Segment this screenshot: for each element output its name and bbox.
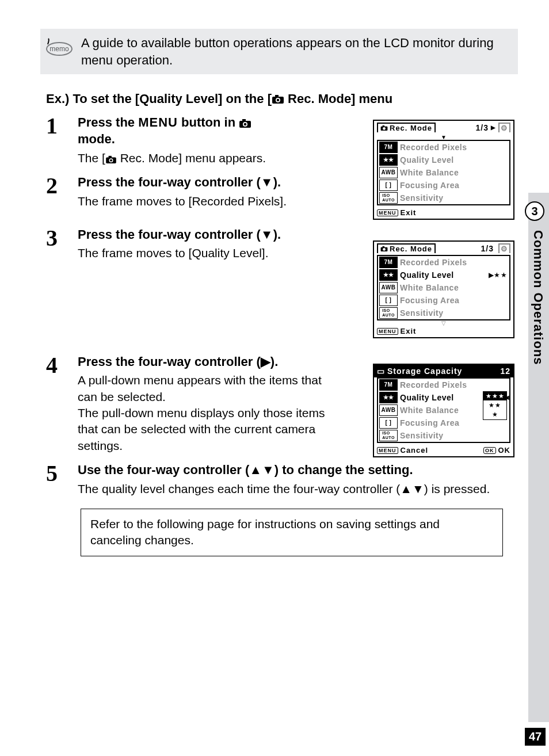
down-indicator-icon: ▼ [374, 134, 513, 140]
quality-dropdown: ★★★★★★ [483, 391, 507, 420]
lcd-page-indicator: 1/3 [481, 244, 494, 253]
step-desc: The frame moves to [Quality Level]. [78, 245, 325, 261]
down-indicator-icon: ▽ [374, 320, 513, 326]
example-heading: Ex.) To set the [Quality Level] on the [… [46, 91, 529, 106]
lcd-tab-rec-mode: Rec. Mode [377, 123, 436, 132]
menu-item-label: White Balance [400, 169, 509, 177]
menu-item-icon: ★★ [379, 154, 398, 166]
menu-item-label: Focusing Area [400, 181, 509, 189]
menu-item-icon: ★★ [379, 269, 398, 281]
camera-icon [105, 155, 117, 164]
memo-icon: memo [43, 37, 75, 60]
step-number: 5 [46, 462, 78, 497]
lcd-menu-item: ★★Quality Level [378, 154, 509, 166]
lcd-page-indicator: 1/3 [476, 123, 489, 132]
menu-item-icon: [ ] [379, 180, 398, 191]
menu-item-icon: ISO AUTO [379, 430, 398, 441]
svg-point-16 [383, 127, 386, 130]
lcd-footer-exit: Exit [401, 327, 417, 335]
nav-right-icon: ▶ [491, 124, 496, 131]
lcd-menu-item: ISO AUTOSensitivity [378, 192, 509, 204]
menu-item-label: Quality Level [400, 156, 509, 164]
chapter-title: Common Operations [531, 230, 546, 365]
heading-menu-name: Rec. Mode] menu [284, 91, 392, 106]
menu-item-label: Recorded Pixels [400, 381, 509, 389]
svg-rect-3 [275, 95, 279, 97]
lcd-menu-item: ISO AUTOSensitivity [378, 429, 509, 442]
step-5: 5 Use the four-way controller (▲▼) to ch… [46, 462, 529, 497]
step-number: 1 [46, 114, 78, 166]
menu-item-icon: AWB [379, 167, 398, 178]
menu-item-label: Recorded Pixels [400, 143, 509, 151]
menu-item-icon: 7M [379, 379, 398, 391]
menu-item-icon: ★★ [379, 392, 398, 403]
step-title: Press the four-way controller (▼). [78, 174, 325, 191]
lcd-menu-item: ★★Quality Level▶★★ [378, 269, 509, 281]
menu-item-icon: AWB [379, 404, 398, 416]
lcd-menu-item: 7MRecorded Pixels [378, 256, 509, 269]
lcd-tab-setup: ⚙ [498, 123, 510, 132]
menu-button-icon: MENU [377, 328, 398, 335]
menu-item-icon: 7M [379, 142, 398, 153]
menu-button-icon: MENU [377, 447, 398, 454]
step-number: 3 [46, 227, 78, 262]
step-title: Press the MENU button in mode. [78, 114, 325, 147]
lcd-menu-item: 7MRecorded Pixels [378, 141, 509, 154]
step-desc: The quality level changes each time the … [78, 481, 492, 497]
menu-item-label: Sensitivity [400, 432, 509, 440]
lcd-screenshot-1: Rec. Mode 1/3 ▶ ⚙ ▼ 7MRecorded Pixels★★Q… [373, 120, 514, 220]
menu-item-label: Sensitivity [400, 309, 509, 317]
lcd-menu-list: 7MRecorded Pixels★★Quality Level▶★★AWBWh… [377, 255, 510, 320]
dropdown-option: ★★★ [483, 392, 506, 401]
heading-prefix: Ex.) To set the [Quality Level] on the [ [46, 91, 272, 106]
svg-rect-15 [383, 125, 385, 127]
camera-icon [272, 94, 284, 104]
lcd-menu-item: AWBWhite Balance [378, 166, 509, 179]
step-title: Use the four-way controller (▲▼) to chan… [78, 462, 492, 479]
lcd-menu-item: ISO AUTOSensitivity [378, 307, 509, 319]
step-desc: The frame moves to [Recorded Pixels]. [78, 193, 325, 209]
menu-item-value: ▶★★ [489, 272, 510, 278]
lcd-menu-item: [ ]Focusing Area [378, 179, 509, 192]
svg-point-5 [277, 99, 280, 102]
menu-item-icon: 7M [379, 257, 398, 268]
camera-icon [239, 119, 251, 128]
menu-item-label: Sensitivity [400, 194, 509, 202]
ok-button-icon: OK [483, 447, 496, 454]
lcd-storage-title: Storage Capacity [387, 366, 462, 376]
lcd-title: Rec. Mode [390, 124, 432, 132]
menu-item-label: White Balance [400, 284, 509, 292]
svg-rect-7 [242, 119, 246, 121]
step-desc: The [ Rec. Mode] menu appears. [78, 150, 325, 166]
lcd-screenshot-3: ▭ Storage Capacity 12 ★★★★★★ 7MRecorded … [373, 364, 514, 457]
menu-item-label: Quality Level [400, 271, 489, 279]
lcd-tab-setup: ⚙ [498, 243, 510, 253]
svg-text:memo: memo [49, 45, 69, 53]
step-number: 2 [46, 174, 78, 209]
lcd-menu-list: 7MRecorded Pixels★★Quality LevelAWBWhite… [377, 140, 510, 205]
menu-item-label: Recorded Pixels [400, 258, 509, 266]
lcd-screenshot-2: Rec. Mode 1/3 ⚙ 7MRecorded Pixels★★Quali… [373, 240, 514, 338]
camera-icon [380, 125, 388, 131]
lcd-storage-count: 12 [500, 366, 510, 376]
svg-rect-11 [108, 155, 111, 158]
menu-item-icon: AWB [379, 282, 398, 293]
dropdown-option: ★★ [483, 401, 506, 410]
lcd-menu-item: 7MRecorded Pixels [378, 379, 509, 391]
memo-text: A guide to available button operations a… [81, 35, 506, 68]
menu-item-label: Focusing Area [400, 419, 509, 427]
camera-icon [380, 246, 388, 252]
menu-item-label: Focusing Area [400, 296, 509, 304]
step-title: Press the four-way controller (▼). [78, 227, 325, 243]
lcd-footer-exit: Exit [401, 208, 417, 217]
lcd-footer-cancel: Cancel [401, 446, 429, 455]
svg-point-13 [110, 159, 112, 161]
lcd-tab-rec-mode: Rec. Mode [377, 243, 436, 253]
memo-callout: memo A guide to available button operati… [40, 29, 518, 74]
menu-button-icon: MENU [377, 209, 398, 216]
lcd-footer-ok: OK [498, 446, 511, 455]
svg-rect-18 [383, 246, 385, 247]
menu-item-icon: [ ] [379, 417, 398, 429]
step-title: Press the four-way controller (▶). [78, 354, 325, 371]
menu-button-label: MENU [138, 115, 178, 129]
